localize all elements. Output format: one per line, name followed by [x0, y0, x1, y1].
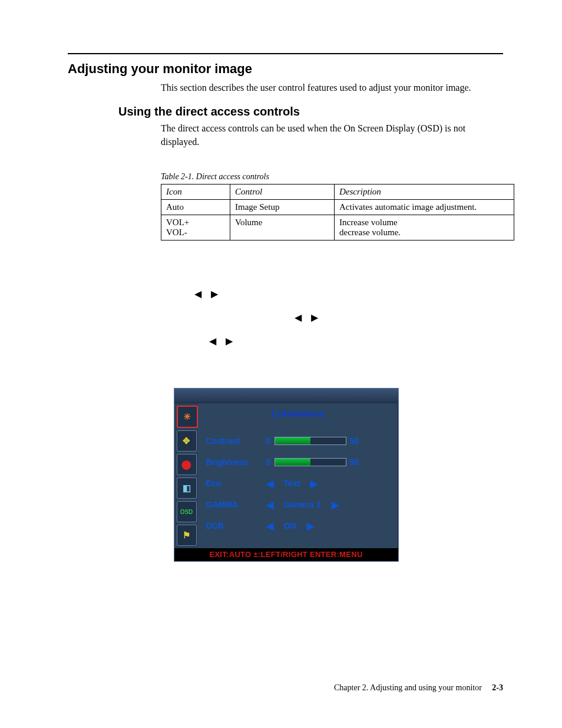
direct-access-table: Icon Control Description Auto Image Setu…: [161, 184, 514, 241]
right-arrow-icon: ▶: [226, 336, 233, 346]
footer-chapter: Chapter 2. Adjusting and using your moni…: [334, 683, 482, 692]
osd-select-value: ON: [284, 521, 296, 531]
osd-slider-min: 0: [260, 457, 271, 467]
extra-icon[interactable]: ⚑: [177, 525, 197, 546]
osd-side-tabs: ☀✥⬤◧OSD⚑: [174, 403, 198, 548]
osd-slider-fill: [275, 437, 310, 444]
right-arrow-icon[interactable]: ▶: [332, 499, 339, 510]
page-footer: Chapter 2. Adjusting and using your moni…: [334, 683, 503, 693]
osd-select-row: DCR◀ON▶: [206, 515, 390, 536]
osd-select-label: GAMMA: [206, 500, 260, 509]
cell-control: Volume: [230, 215, 335, 241]
document-page: Adjusting your monitor image This sectio…: [0, 0, 562, 728]
cell-desc: Increase volume decrease volume.: [335, 215, 514, 241]
osd-slider-track[interactable]: [275, 458, 346, 466]
th-icon: Icon: [161, 185, 230, 200]
osd-slider-label: Contrast: [206, 436, 260, 446]
table-caption: Table 2-1. Direct access controls: [161, 172, 503, 182]
osd-slider-value: 50: [350, 436, 366, 446]
osd-slider-fill: [275, 459, 310, 466]
heading-2: Using the direct access controls: [118, 105, 503, 118]
table-header-row: Icon Control Description: [161, 185, 514, 200]
osd-main: Luminance Contrast050Brightness050 Eco◀T…: [198, 403, 398, 548]
osd-body: ☀✥⬤◧OSD⚑ Luminance Contrast050Brightness…: [174, 403, 398, 548]
osd-title: Luminance: [206, 408, 390, 420]
table-row: Auto Image Setup Activates automatic ima…: [161, 200, 514, 215]
th-description: Description: [335, 185, 514, 200]
table-row: VOL+ VOL- Volume Increase volume decreas…: [161, 215, 514, 241]
osd-slider-label: Brightness: [206, 457, 260, 467]
left-arrow-icon[interactable]: ◀: [266, 478, 273, 489]
arrow-glyph-block: ◀ ▶ ◀ ▶ ◀ ▶: [194, 282, 503, 353]
left-arrow-icon: ◀: [194, 289, 201, 299]
th-control: Control: [230, 185, 335, 200]
osd-select-label: DCR: [206, 521, 260, 531]
luminance-icon[interactable]: ☀: [177, 406, 198, 428]
right-arrow-icon[interactable]: ▶: [307, 521, 314, 532]
osd-panel: ☀✥⬤◧OSD⚑ Luminance Contrast050Brightness…: [174, 388, 399, 562]
osd-select-value: Text: [284, 479, 300, 488]
osd-select-row: Eco◀Text▶: [206, 473, 390, 494]
osd-setup-icon[interactable]: OSD: [177, 501, 197, 522]
intro-paragraph: This section describes the user control …: [161, 81, 503, 94]
cell-control: Image Setup: [230, 200, 335, 215]
osd-select-label: Eco: [206, 479, 260, 488]
osd-slider-min: 0: [260, 436, 271, 446]
rule: [68, 53, 503, 54]
osd-slider-row: Contrast050: [206, 430, 390, 452]
osd-slider-value: 50: [350, 457, 366, 467]
footer-page-number: 2-3: [492, 683, 503, 692]
right-arrow-icon: ▶: [211, 289, 218, 299]
left-arrow-icon: ◀: [295, 312, 302, 322]
right-arrow-icon[interactable]: ▶: [310, 478, 318, 489]
osd-select-row: GAMMA◀Gamma 1▶: [206, 494, 390, 515]
heading-1: Adjusting your monitor image: [68, 61, 503, 77]
cell-icon: Auto: [161, 200, 230, 215]
osd-screenshot: ☀✥⬤◧OSD⚑ Luminance Contrast050Brightness…: [174, 388, 398, 562]
left-arrow-icon: ◀: [209, 336, 216, 346]
picture-boost-icon[interactable]: ◧: [177, 477, 197, 499]
image-setup-icon[interactable]: ✥: [177, 430, 197, 452]
cell-desc: Activates automatic image adjustment.: [335, 200, 514, 215]
left-arrow-icon[interactable]: ◀: [266, 521, 273, 532]
sub-intro-paragraph: The direct access controls can be used w…: [161, 122, 503, 149]
osd-select-value: Gamma 1: [284, 500, 321, 509]
osd-slider-row: Brightness050: [206, 452, 390, 473]
right-arrow-icon: ▶: [311, 312, 318, 322]
osd-topbar: [174, 388, 398, 403]
osd-status-bar: EXIT:AUTO ±:LEFT/RIGHT ENTER:MENU: [174, 548, 398, 561]
osd-slider-track[interactable]: [275, 437, 346, 445]
color-temp-icon[interactable]: ⬤: [177, 454, 197, 475]
left-arrow-icon[interactable]: ◀: [266, 499, 273, 510]
cell-icon: VOL+ VOL-: [161, 215, 230, 241]
